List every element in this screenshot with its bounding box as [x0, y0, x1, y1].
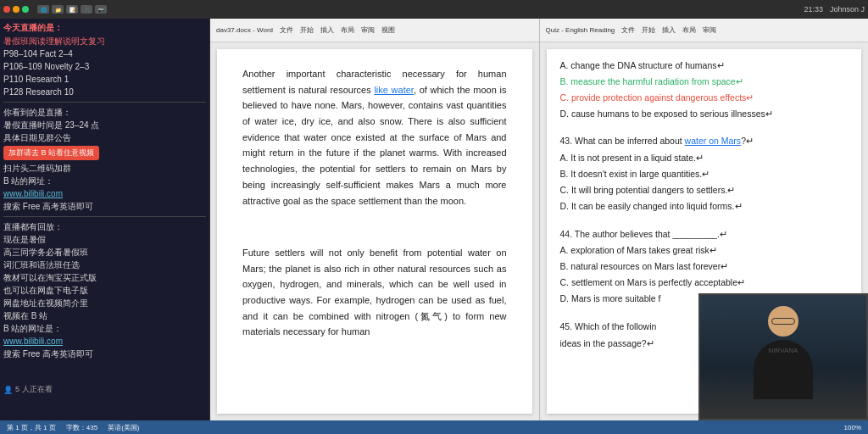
screen: 🌐 📁 📝 🎵 📷 21:33 Johnson J 今天直播的是： 暑假班阅读理… [0, 0, 868, 434]
sidebar-viewer-section-label: 你看到的是直播： [3, 106, 206, 119]
quiz-44-a: A. exploration of Mars takes great risk↵ [560, 243, 849, 259]
sidebar-site-url[interactable]: www.bilibili.com [3, 187, 206, 200]
sidebar-buy1: 教材可以在淘宝买正式版 [3, 271, 206, 284]
webcam-video: NIRVANA [700, 295, 866, 419]
finder-icon[interactable]: 📁 [52, 5, 64, 14]
divider-1 [3, 102, 206, 103]
doc-paragraph-2: Future settlers will not only benefit fr… [242, 245, 507, 340]
close-button[interactable] [3, 6, 10, 13]
sidebar-site2-url[interactable]: www.bilibili.com [3, 335, 206, 348]
file-menu[interactable]: 文件 [277, 25, 296, 36]
sidebar-qr-text: 扫片头二维码加群 [3, 162, 206, 175]
quiz-file-menu[interactable]: 文件 [619, 25, 637, 36]
user-display: Johnson J [830, 5, 865, 14]
quiz-divider-1 [560, 122, 849, 127]
shirt-text: NIRVANA [754, 340, 813, 354]
status-bar: 第 1 页，共 1 页 字数：435 英语(美国) 100% [0, 420, 868, 434]
app-icon3[interactable]: 📷 [95, 5, 107, 14]
minimize-button[interactable] [13, 6, 19, 13]
sidebar: 今天直播的是： 暑假班阅读理解说明文复习 P98–104 Fact 2–4 P1… [0, 19, 210, 420]
person-figure: NIRVANA [749, 306, 817, 408]
sidebar-item-4[interactable]: P128 Research 10 [3, 86, 206, 98]
quiz-highlight-water: water on Mars [685, 136, 742, 146]
sidebar-join-btn[interactable]: 加群请去 B 站看住意视频 [3, 146, 99, 160]
sidebar-highlight-item: 暑假班阅读理解说明文复习 [3, 36, 206, 47]
sidebar-search2: 搜索 Free 高考英语即可 [3, 348, 206, 360]
quiz-divider-2 [560, 215, 849, 220]
taskbar-icons: 🌐 📁 📝 🎵 📷 [37, 5, 107, 14]
sidebar-course-label: 词汇班和语法班任选 [3, 259, 206, 271]
time-display: 21:33 [804, 5, 823, 14]
top-bar: 🌐 📁 📝 🎵 📷 21:33 Johnson J [0, 0, 868, 19]
quiz-tab-label[interactable]: Quiz - English Reading [543, 25, 618, 35]
quiz-right-toolbar: Quiz - English Reading 文件 开始 插入 布局 审阅 [540, 19, 869, 42]
quiz-question-43: 43. What can be inferred about water on … [560, 134, 849, 149]
viewer-icon: 👤 [3, 386, 13, 394]
quiz-question-44: 44. The author believes that _________.↵ [560, 227, 849, 242]
sidebar-replay-title: 直播都有回放： [3, 220, 206, 233]
quiz-43-b: B. It doesn't exist in large quantities.… [560, 167, 849, 182]
zoom-level: 100% [844, 424, 861, 431]
person-head [768, 306, 798, 337]
browser-icon[interactable]: 🌐 [37, 5, 49, 14]
sidebar-stream-title: 今天直播的是： [3, 22, 206, 34]
sidebar-stream-section: 今天直播的是： 暑假班阅读理解说明文复习 P98–104 Fact 2–4 P1… [3, 22, 206, 98]
sidebar-viewer-section: 你看到的是直播： 暑假直播时间是 23–24 点 具体日期见群公告 加群请去 B… [3, 106, 206, 213]
sidebar-watch: 视频在 B 站 [3, 309, 206, 322]
app-icon1[interactable]: 📝 [66, 5, 78, 14]
page-info: 第 1 页，共 1 页 [7, 423, 56, 432]
word-count: 字数：435 [66, 423, 97, 432]
sidebar-item-2[interactable]: P106–109 Novelty 2–3 [3, 60, 206, 73]
doc-tab-label[interactable]: dav37.docx - Word [214, 25, 275, 35]
quiz-43-c: C. It will bring potential dangers to se… [560, 183, 849, 198]
quiz-insert-menu[interactable]: 插入 [659, 25, 678, 36]
person-glasses [771, 318, 795, 325]
quiz-43-a: A. It is not present in a liquid state.↵ [560, 151, 849, 166]
quiz-home-menu[interactable]: 开始 [639, 25, 658, 36]
sidebar-address: 网盘地址在视频简介里 [3, 297, 206, 309]
quiz-option-d-prev: D. cause humans to be exposed to serious… [560, 107, 849, 122]
review-menu[interactable]: 审阅 [359, 25, 377, 36]
home-menu[interactable]: 开始 [298, 25, 316, 36]
window-controls [3, 6, 29, 13]
sidebar-buy2: 也可以在网盘下电子版 [3, 284, 206, 297]
sidebar-date-notice: 具体日期见群公告 [3, 131, 206, 144]
quiz-44-b: B. natural resources on Mars last foreve… [560, 259, 849, 275]
app-icon2[interactable]: 🎵 [81, 5, 92, 14]
quiz-review-menu[interactable]: 审阅 [700, 25, 719, 36]
quiz-43-d: D. It can be easily changed into liquid … [560, 199, 849, 214]
person-body: NIRVANA [754, 340, 813, 399]
language-label: 英语(美国) [108, 423, 139, 432]
webcam-overlay: NIRVANA [698, 293, 868, 420]
top-bar-right: 21:33 Johnson J [804, 5, 865, 14]
sidebar-search-text: 搜索 Free 高考英语即可 [3, 200, 206, 213]
quiz-option-c-highlight: C. provide protection against dangerous … [560, 91, 849, 106]
divider-2 [3, 216, 206, 217]
sidebar-site-label: B 站的网址： [3, 175, 206, 187]
quiz-option-b: B. measure the harmful radiation from sp… [560, 75, 849, 90]
doc-paragraph-1: Another important characteristic necessa… [242, 66, 507, 209]
sidebar-item-1[interactable]: P98–104 Fact 2–4 [3, 47, 206, 60]
quiz-layout-menu[interactable]: 布局 [680, 25, 698, 36]
viewer-count: 👤 5 人正在看 [3, 384, 206, 395]
insert-menu[interactable]: 插入 [318, 25, 337, 36]
viewer-count-text: 5 人正在看 [15, 384, 53, 395]
layout-menu[interactable]: 布局 [338, 25, 357, 36]
sidebar-now-label: 现在是暑假 [3, 233, 206, 246]
sidebar-replay-section: 直播都有回放： 现在是暑假 高三同学务必看暑假班 词汇班和语法班任选 教材可以在… [3, 220, 206, 360]
doc-paragraph-spacer [242, 219, 507, 235]
sidebar-viewer-info: 暑假直播时间是 23–24 点 [3, 119, 206, 131]
sidebar-audience: 高三同学务必看暑假班 [3, 246, 206, 259]
maximize-button[interactable] [22, 6, 29, 13]
quiz-option-a-prev: A. change the DNA structure of humans↵ [560, 58, 849, 74]
doc-left-toolbar: dav37.docx - Word 文件 开始 插入 布局 审阅 视图 [210, 19, 539, 42]
doc-left-panel: dav37.docx - Word 文件 开始 插入 布局 审阅 视图 Anot… [210, 19, 539, 420]
doc-highlight-water: like water [374, 85, 414, 95]
sidebar-item-3[interactable]: P110 Research 1 [3, 73, 206, 86]
sidebar-site2-label: B 站的网址是： [3, 322, 206, 335]
quiz-44-c: C. settlement on Mars is perfectly accep… [560, 275, 849, 291]
doc-left-content: Another important characteristic necessa… [217, 49, 532, 414]
view-menu[interactable]: 视图 [379, 25, 398, 36]
